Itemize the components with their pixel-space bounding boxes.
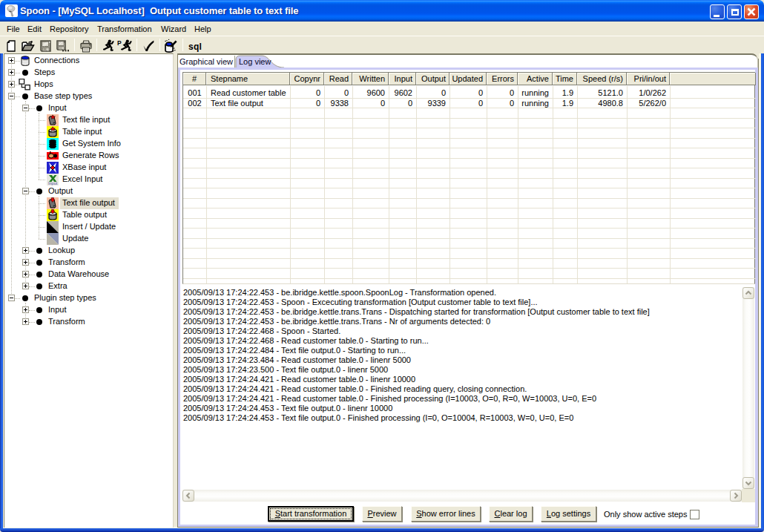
svg-text:P: P xyxy=(117,39,122,47)
svg-text:Input: Input xyxy=(48,181,58,185)
